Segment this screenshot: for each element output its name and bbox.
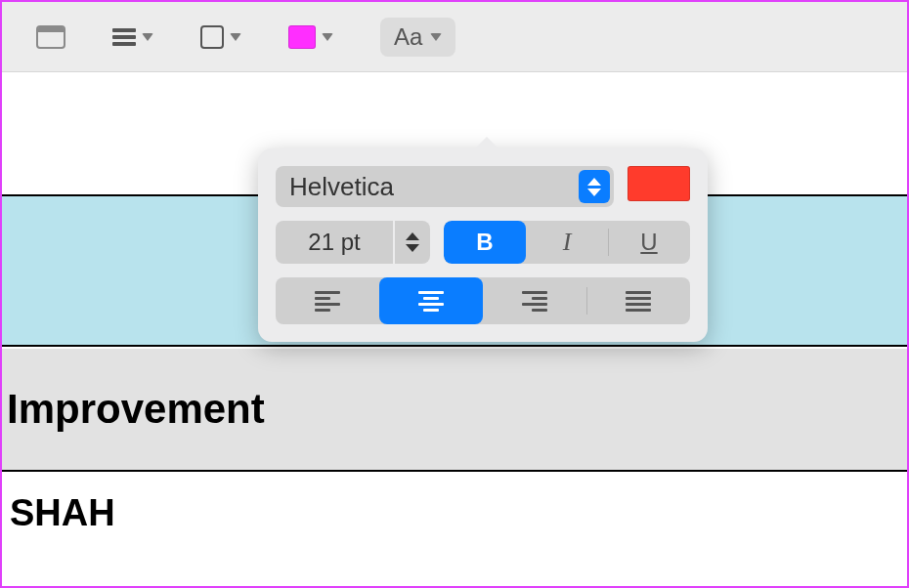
align-justify-icon [626, 291, 651, 312]
align-left-icon [315, 291, 340, 312]
text-align-segmented [276, 277, 690, 324]
text-style-popover: Helvetica 21 pt B [258, 148, 708, 342]
bold-button[interactable]: B [444, 221, 526, 264]
lines-icon [112, 28, 136, 46]
font-size-field[interactable]: 21 pt [276, 221, 393, 264]
font-size-stepper[interactable] [395, 221, 430, 264]
subtitle-row: H SHAH [2, 474, 907, 552]
chevron-down-icon [430, 33, 442, 41]
text-style-dropdown[interactable]: Aa [380, 18, 455, 57]
underline-label: U [640, 229, 657, 256]
square-icon [200, 25, 224, 49]
align-center-icon [418, 291, 444, 312]
italic-button[interactable]: I [526, 221, 608, 264]
font-size-label: 21 pt [308, 229, 360, 256]
font-name-label: Helvetica [289, 172, 394, 202]
text-style-segmented: B I U [444, 221, 690, 264]
align-left-button[interactable] [276, 277, 379, 324]
text-style-label: Aa [394, 23, 422, 51]
title-text: e Improvement [0, 386, 265, 433]
align-justify-button[interactable] [586, 277, 690, 324]
stepper-up-icon [406, 232, 419, 240]
stepper-down-icon [406, 244, 419, 252]
title-row: e Improvement [2, 349, 907, 472]
bold-label: B [476, 229, 493, 256]
italic-label: I [563, 228, 572, 257]
subtitle-text: H SHAH [0, 492, 115, 534]
chevron-down-icon [230, 33, 241, 41]
align-right-button[interactable] [483, 277, 586, 324]
chevron-down-icon [322, 33, 333, 41]
align-right-icon [522, 291, 547, 312]
font-family-select[interactable]: Helvetica [276, 166, 614, 207]
fill-color-dropdown[interactable] [288, 25, 333, 49]
new-window-button[interactable] [36, 25, 65, 49]
window-icon [36, 25, 65, 49]
align-center-button[interactable] [379, 277, 483, 324]
color-swatch-icon [288, 25, 316, 49]
select-arrows-icon [579, 170, 610, 203]
line-style-dropdown[interactable] [112, 28, 153, 46]
document-area: e Improvement H SHAH Helvetica 21 pt [2, 72, 907, 586]
toolbar: Aa [2, 2, 907, 72]
text-color-swatch[interactable] [628, 166, 690, 201]
chevron-down-icon [142, 33, 153, 41]
border-style-dropdown[interactable] [200, 25, 241, 49]
underline-button[interactable]: U [608, 221, 690, 264]
